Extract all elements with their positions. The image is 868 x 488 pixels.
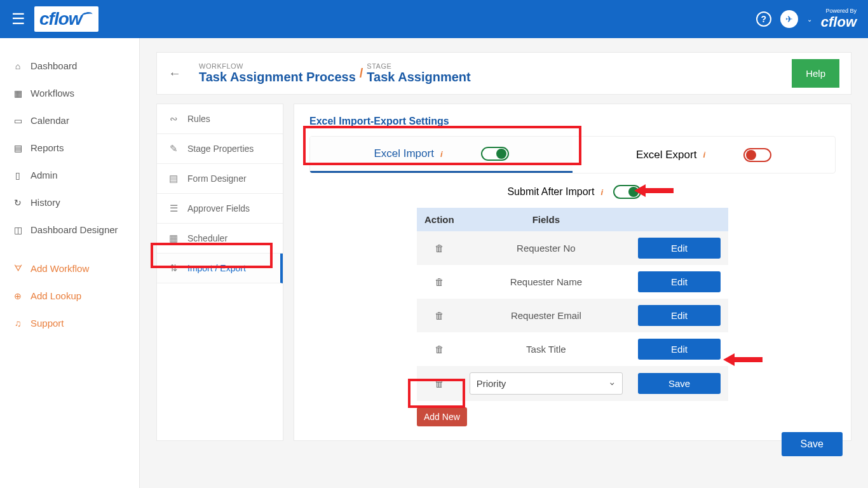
side-item-label: Scheduler	[187, 233, 227, 243]
save-button[interactable]: Save	[782, 432, 843, 456]
side-item-label: Form Designer	[187, 173, 247, 184]
import-export-tabs: Excel Import i Excel Export i	[309, 136, 836, 173]
powered-logo: cflow	[821, 14, 857, 30]
table-row: 🗑 Requester Email Edit	[417, 299, 728, 332]
edit-button[interactable]: Edit	[638, 305, 721, 326]
side-item-import-export[interactable]: ⇅Import / Export	[157, 254, 283, 283]
sidebar-item-label: Add Workflow	[31, 263, 89, 274]
excel-export-toggle[interactable]	[743, 148, 771, 162]
tab-label: Excel Import	[374, 147, 433, 160]
sidebar-item-workflows[interactable]: ▦Workflows	[0, 79, 139, 107]
home-icon: ⌂	[13, 61, 23, 71]
side-item-label: Approver Fields	[187, 203, 250, 214]
crumb-stage: STAGE Task Assignment	[367, 62, 470, 85]
edit-icon: ✎	[167, 143, 180, 154]
crumb-label: WORKFLOW	[199, 62, 356, 70]
table-row: 🗑 Requester Name Edit	[417, 265, 728, 299]
scheduler-icon: ▦	[167, 233, 180, 244]
reports-icon: ▤	[13, 143, 23, 153]
help-icon[interactable]: ?	[756, 11, 771, 27]
trash-icon[interactable]: 🗑	[435, 344, 444, 355]
sidebar-item-label: Calendar	[31, 115, 69, 126]
info-icon[interactable]: i	[703, 150, 705, 159]
sidebar-item-reports[interactable]: ▤Reports	[0, 134, 139, 161]
sidebar-item-label: Workflows	[31, 88, 74, 98]
trash-icon[interactable]: 🗑	[435, 243, 444, 254]
add-new-button[interactable]: Add New	[417, 407, 467, 426]
field-select-wrap: Priority	[470, 372, 623, 395]
hamburger-icon[interactable]: ☰	[11, 10, 25, 28]
side-item-rules[interactable]: ∾Rules	[157, 104, 283, 134]
sidebar-item-label: Dashboard Designer	[31, 224, 118, 235]
sidebar: ⌂Dashboard ▦Workflows ▭Calendar ▤Reports…	[0, 38, 140, 488]
field-select[interactable]: Priority	[470, 372, 623, 395]
submit-after-import-label: Submit After Import	[507, 186, 594, 198]
edit-button[interactable]: Edit	[638, 339, 721, 360]
logo-text: cflow	[39, 9, 82, 29]
field-name: Task Title	[462, 332, 630, 366]
trash-icon[interactable]: 🗑	[435, 276, 444, 287]
crumb-workflow-name[interactable]: Task Assignment Process	[199, 70, 356, 84]
crumb-separator: /	[360, 66, 363, 81]
logo-swoosh-icon	[81, 11, 93, 20]
approver-icon: ☰	[167, 203, 180, 214]
info-icon[interactable]: i	[440, 149, 443, 159]
sidebar-item-label: Dashboard	[31, 60, 77, 71]
chevron-down-icon[interactable]: ⌄	[807, 16, 812, 23]
crumb-stage-name[interactable]: Task Assignment	[367, 70, 470, 84]
chat-icon[interactable]: ✈	[780, 10, 798, 28]
help-button[interactable]: Help	[792, 59, 839, 88]
sidebar-item-dashboard[interactable]: ⌂Dashboard	[0, 52, 139, 79]
side-item-label: Rules	[187, 114, 210, 124]
back-arrow-icon[interactable]: ←	[168, 66, 181, 81]
calendar-icon: ▭	[13, 116, 23, 126]
edit-button[interactable]: Edit	[638, 238, 721, 259]
table-row: 🗑 Task Title Edit	[417, 332, 728, 366]
sidebar-item-dashboard-designer[interactable]: ◫Dashboard Designer	[0, 216, 139, 243]
side-item-form-designer[interactable]: ▤Form Designer	[157, 164, 283, 194]
sidebar-item-history[interactable]: ↻History	[0, 189, 139, 216]
excel-import-toggle[interactable]	[481, 147, 509, 161]
crumb-workflow: WORKFLOW Task Assignment Process	[199, 62, 356, 85]
side-item-scheduler[interactable]: ▦Scheduler	[157, 224, 283, 254]
settings-panel: Excel Import-Export Settings Excel Impor…	[294, 104, 851, 441]
sidebar-item-admin[interactable]: ▯Admin	[0, 161, 139, 189]
flow-icon: ᗊ	[13, 264, 23, 274]
sidebar-item-label: History	[31, 197, 60, 208]
stage-side-menu: ∾Rules ✎Stage Properties ▤Form Designer …	[156, 104, 283, 441]
sidebar-item-calendar[interactable]: ▭Calendar	[0, 107, 139, 134]
edit-button[interactable]: Edit	[638, 271, 721, 292]
import-export-icon: ⇅	[167, 262, 180, 274]
info-icon[interactable]: i	[600, 187, 603, 197]
trash-icon[interactable]: 🗑	[435, 378, 444, 389]
admin-icon: ▯	[13, 170, 23, 180]
crumb-label: STAGE	[367, 62, 470, 70]
share-icon: ∾	[167, 113, 180, 125]
trash-icon[interactable]: 🗑	[435, 310, 444, 321]
side-item-approver-fields[interactable]: ☰Approver Fields	[157, 194, 283, 224]
sidebar-item-label: Add Lookup	[31, 290, 81, 301]
logo[interactable]: cflow	[34, 6, 98, 32]
fields-table-wrap: Action Fields 🗑 Requester No Edit 🗑 Requ…	[417, 208, 728, 426]
powered-label: Powered By	[821, 8, 857, 14]
field-name: Requester Email	[462, 299, 630, 332]
sidebar-item-support[interactable]: ♫Support	[0, 309, 139, 337]
sidebar-item-add-lookup[interactable]: ⊕Add Lookup	[0, 282, 139, 309]
sidebar-item-label: Support	[31, 318, 64, 329]
arrow-save-row	[723, 353, 763, 366]
field-name: Requester Name	[462, 265, 630, 299]
footer-save: Save	[782, 432, 843, 456]
sidebar-item-add-workflow[interactable]: ᗊAdd Workflow	[0, 255, 139, 282]
breadcrumb-card: ← WORKFLOW Task Assignment Process / STA…	[156, 52, 851, 95]
save-row-button[interactable]: Save	[638, 373, 721, 394]
side-item-stage-properties[interactable]: ✎Stage Properties	[157, 134, 283, 164]
panel-title: Excel Import-Export Settings	[294, 116, 851, 136]
table-row-new: 🗑 Priority Save	[417, 366, 728, 401]
headset-icon: ♫	[13, 318, 23, 329]
main: ← WORKFLOW Task Assignment Process / STA…	[140, 38, 868, 488]
tab-excel-import[interactable]: Excel Import i	[310, 137, 573, 173]
form-icon: ▤	[167, 173, 180, 184]
th-action: Action	[417, 208, 462, 231]
tab-excel-export[interactable]: Excel Export i	[573, 137, 835, 173]
fields-table: Action Fields 🗑 Requester No Edit 🗑 Requ…	[417, 208, 728, 401]
